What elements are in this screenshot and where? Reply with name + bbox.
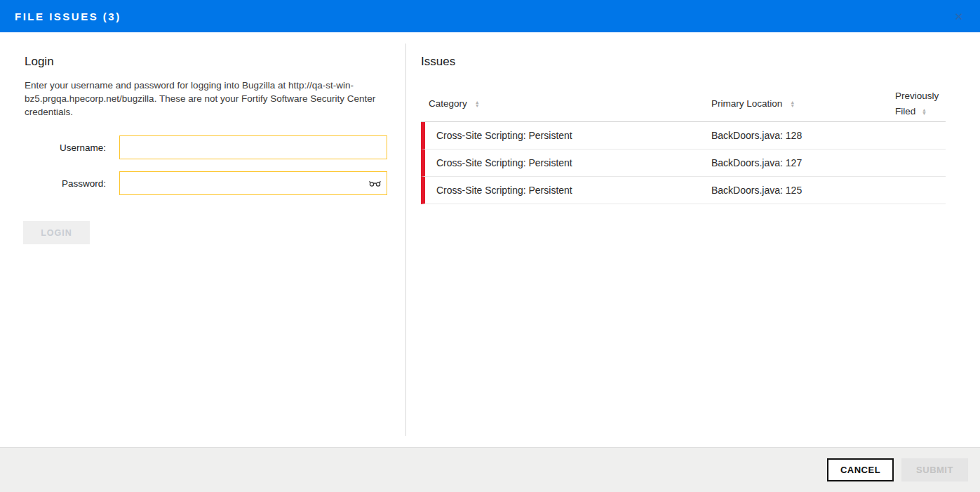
sort-icon: ▲▼ xyxy=(790,100,795,107)
column-label: Category xyxy=(429,98,467,109)
issue-category: Cross-Site Scripting: Persistent xyxy=(436,130,711,141)
submit-button[interactable]: SUBMIT xyxy=(901,458,968,481)
table-row[interactable]: Cross-Site Scripting: Persistent BackDoo… xyxy=(421,177,946,204)
username-field[interactable] xyxy=(119,135,387,159)
username-row: Username: xyxy=(25,135,387,159)
cancel-button[interactable]: CANCEL xyxy=(827,458,894,481)
dialog-body: Login Enter your username and password f… xyxy=(0,32,980,447)
dialog-title: FILE ISSUES (3) xyxy=(15,11,121,22)
password-row: Password: xyxy=(25,171,387,195)
show-password-icon[interactable] xyxy=(369,180,381,187)
login-heading: Login xyxy=(25,55,387,69)
issue-primary-location: BackDoors.java: 125 xyxy=(711,185,895,196)
username-label: Username: xyxy=(25,142,119,153)
login-button[interactable]: LOGIN xyxy=(23,221,90,244)
issue-primary-location: BackDoors.java: 128 xyxy=(711,130,895,141)
close-icon[interactable]: ✕ xyxy=(950,8,967,25)
sort-icon: ▲▼ xyxy=(922,108,927,115)
issues-table: Category ▲▼ Primary Location ▲▼ Previous… xyxy=(421,86,946,204)
password-field[interactable] xyxy=(119,171,387,195)
dialog-footer: CANCEL SUBMIT xyxy=(0,447,980,492)
column-label: Previously xyxy=(895,91,939,101)
column-header-previously-filed[interactable]: Previously Filed ▲▼ xyxy=(895,88,946,119)
issues-table-body: Cross-Site Scripting: Persistent BackDoo… xyxy=(421,122,946,204)
issue-category: Cross-Site Scripting: Persistent xyxy=(436,157,711,168)
table-row[interactable]: Cross-Site Scripting: Persistent BackDoo… xyxy=(421,149,946,177)
column-header-category[interactable]: Category ▲▼ xyxy=(429,98,711,109)
table-row[interactable]: Cross-Site Scripting: Persistent BackDoo… xyxy=(421,122,946,149)
password-label: Password: xyxy=(25,178,119,189)
sort-icon: ▲▼ xyxy=(475,100,480,107)
issue-primary-location: BackDoors.java: 127 xyxy=(711,157,895,168)
column-label: Filed xyxy=(895,106,915,117)
issues-heading: Issues xyxy=(421,55,980,69)
column-header-primary-location[interactable]: Primary Location ▲▼ xyxy=(711,98,895,109)
dialog-titlebar: FILE ISSUES (3) ✕ xyxy=(0,0,980,32)
column-label: Primary Location xyxy=(711,98,782,109)
issue-category: Cross-Site Scripting: Persistent xyxy=(436,185,711,196)
issues-table-header: Category ▲▼ Primary Location ▲▼ Previous… xyxy=(421,86,946,122)
login-panel: Login Enter your username and password f… xyxy=(0,32,405,447)
login-description: Enter your username and password for log… xyxy=(25,79,381,119)
issues-panel: Issues Category ▲▼ Primary Location ▲▼ P… xyxy=(406,32,980,447)
